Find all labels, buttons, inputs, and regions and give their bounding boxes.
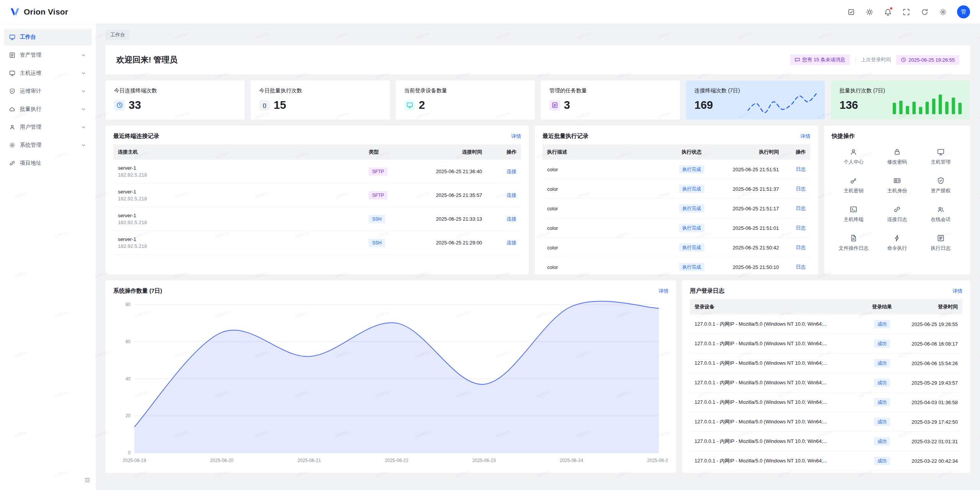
- log-link[interactable]: 日志: [796, 264, 806, 270]
- stat-value: 3: [564, 99, 570, 111]
- welcome-title: 欢迎回来! 管理员: [116, 54, 178, 65]
- sidebar-item-workbench[interactable]: 工作台: [4, 29, 92, 46]
- braces-icon: {}: [259, 100, 270, 111]
- host-name: server-1: [118, 213, 359, 218]
- exec-desc: color: [542, 238, 670, 257]
- divider: [855, 57, 856, 63]
- sidebar-item-ops-audit[interactable]: 运维审计: [4, 83, 92, 100]
- login-device: 127.0.0.1 - 内网IP - Mozilla/5.0 (Windows …: [690, 373, 865, 393]
- table-row: server-1182.92.5.218 SSH 2025-06-25 21:2…: [113, 231, 521, 255]
- log-link[interactable]: 日志: [796, 244, 806, 250]
- table-row: color 执行完成 2025-06-25 21:50:10 日志: [542, 257, 810, 275]
- login-result-badge: 成功: [874, 418, 890, 426]
- log-link[interactable]: 日志: [796, 225, 806, 231]
- log-link[interactable]: 日志: [796, 205, 806, 211]
- column-header: 登录设备: [690, 299, 865, 315]
- connect-link[interactable]: 连接: [506, 216, 516, 222]
- users-icon: [937, 206, 944, 213]
- batch-table: 执行描述 执行状态 执行时间 操作 color 执行完成 2025-06-25 …: [542, 144, 810, 274]
- table-row: 127.0.0.1 - 内网IP - Mozilla/5.0 (Windows …: [690, 315, 962, 334]
- sidebar-item-host-ops[interactable]: 主机运维: [4, 65, 92, 82]
- quick-op-online-sessions[interactable]: 在线会话: [919, 206, 962, 223]
- device-monitor-icon: [404, 100, 415, 111]
- ops-chart-detail-link[interactable]: 详情: [658, 288, 668, 295]
- sidebar-item-asset-management[interactable]: 资产管理: [4, 47, 92, 64]
- svg-text:2025-06-19: 2025-06-19: [122, 458, 146, 463]
- batch-detail-link[interactable]: 详情: [800, 133, 810, 140]
- notification-bell-icon[interactable]: [884, 8, 892, 16]
- quick-op-connect-log[interactable]: 连接日志: [875, 206, 919, 223]
- quick-op-host-management[interactable]: 主机管理: [919, 148, 962, 166]
- quick-op-label: 命令执行: [887, 245, 907, 252]
- column-header: 连接主机: [113, 144, 364, 160]
- login-time: 2025-03-22 00:42:34: [899, 451, 962, 471]
- svg-text:0: 0: [128, 450, 131, 456]
- quick-op-asset-authorization[interactable]: 资产授权: [919, 177, 962, 194]
- terminal-table: 连接主机 类型 连接时间 操作 server-1182.92.5.218 SFT…: [113, 144, 521, 255]
- connect-link[interactable]: 连接: [506, 192, 516, 198]
- sidebar-item-system-management[interactable]: 系统管理: [4, 137, 92, 154]
- list-icon: [937, 234, 944, 242]
- unread-messages-badge[interactable]: 您有 15 条未读消息: [790, 54, 850, 65]
- theme-skin-icon[interactable]: [847, 8, 855, 16]
- svg-text:60: 60: [126, 339, 131, 344]
- table-row: color 执行完成 2025-06-25 21:51:01 日志: [542, 218, 810, 238]
- connect-time: 2025-06-25 21:33:13: [406, 207, 487, 231]
- exec-desc: color: [542, 160, 670, 179]
- table-row: 127.0.0.1 - 内网IP - Mozilla/5.0 (Windows …: [690, 393, 962, 412]
- refresh-icon[interactable]: [920, 8, 929, 16]
- quick-op-personal-center[interactable]: 个人中心: [832, 148, 875, 166]
- table-row: color 执行完成 2025-06-25 21:50:42 日志: [542, 238, 810, 257]
- exec-desc: color: [542, 199, 670, 218]
- app-logo-icon: [10, 7, 20, 16]
- exec-desc: color: [542, 179, 670, 199]
- table-row: 127.0.0.1 - 内网IP - Mozilla/5.0 (Windows …: [690, 373, 962, 393]
- quick-op-command-exec[interactable]: 命令执行: [875, 234, 919, 252]
- quick-op-label: 在线会话: [931, 216, 951, 223]
- stat-label: 管理的任务数量: [549, 87, 671, 94]
- stat-value: 15: [274, 99, 286, 111]
- sidebar-collapse-icon[interactable]: [84, 477, 90, 485]
- quick-op-label: 主机身份: [887, 187, 907, 194]
- panel-title: 系统操作数量 (7日): [113, 287, 162, 295]
- settings-gear-icon[interactable]: [939, 8, 947, 16]
- quick-op-file-op-log[interactable]: 文件操作日志: [832, 234, 875, 252]
- svg-text:2025-06-23: 2025-06-23: [472, 458, 496, 463]
- quick-op-host-terminal[interactable]: 主机终端: [832, 206, 875, 223]
- brightness-icon[interactable]: [865, 8, 874, 16]
- sidebar-item-batch-exec[interactable]: 批量执行: [4, 101, 92, 118]
- connect-link[interactable]: 连接: [506, 240, 516, 246]
- quick-op-exec-log[interactable]: 执行日志: [919, 234, 962, 252]
- stat-label: 今日批量执行次数: [259, 87, 381, 94]
- table-row: server-1182.92.5.218 SFTP 2025-06-25 21:…: [113, 160, 521, 184]
- clock-icon: [114, 100, 125, 111]
- svg-text:2025-06-22: 2025-06-22: [385, 458, 408, 463]
- fullscreen-icon[interactable]: [902, 8, 910, 16]
- connect-link[interactable]: 连接: [506, 169, 516, 174]
- key-icon: [850, 177, 857, 184]
- quick-op-change-password[interactable]: 修改密码: [875, 148, 919, 166]
- login-device: 127.0.0.1 - 内网IP - Mozilla/5.0 (Windows …: [690, 451, 865, 471]
- quick-op-label: 资产授权: [931, 187, 951, 194]
- terminal-records-panel: 最近终端连接记录 详情 连接主机 类型 连接时间 操作 server-1182.…: [106, 126, 529, 274]
- log-link[interactable]: 日志: [796, 166, 806, 172]
- login-time: 2025-03-21 23:53:43: [899, 471, 962, 473]
- svg-text:2025-06-20: 2025-06-20: [210, 458, 234, 463]
- sidebar-item-label: 资产管理: [20, 52, 41, 59]
- sidebar-item-project-url[interactable]: 项目地址: [4, 155, 92, 172]
- shield-icon: [937, 177, 944, 184]
- terminal-detail-link[interactable]: 详情: [511, 133, 521, 140]
- log-link[interactable]: 日志: [796, 186, 806, 192]
- exec-desc: color: [542, 218, 670, 238]
- breadcrumb[interactable]: 工作台: [106, 30, 130, 40]
- column-header: 操作: [487, 144, 521, 160]
- login-logs-detail-link[interactable]: 详情: [952, 288, 962, 295]
- stat-card-terminal-today: 今日连接终端次数 33: [106, 80, 245, 120]
- sidebar-item-user-management[interactable]: 用户管理: [4, 119, 92, 136]
- user-avatar[interactable]: 管: [957, 5, 970, 18]
- table-row: 127.0.0.1 - 内网IP - Mozilla/5.0 (Windows …: [690, 334, 962, 354]
- quick-op-host-identity[interactable]: 主机身份: [875, 177, 919, 194]
- login-time: 2025-06-25 19:26:55: [899, 315, 962, 334]
- quick-op-host-key[interactable]: 主机密钥: [832, 177, 875, 194]
- panel-title: 最近批量执行记录: [542, 133, 588, 140]
